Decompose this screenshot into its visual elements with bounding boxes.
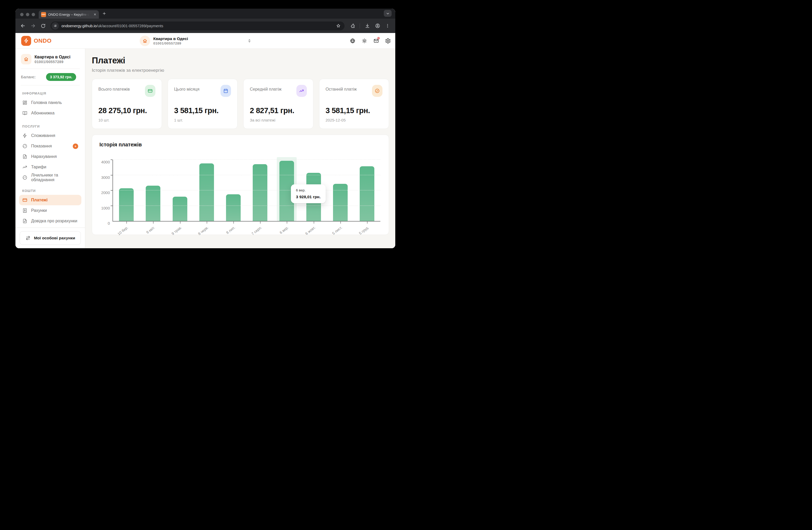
stat-card-sub: 1 шт. <box>174 118 231 122</box>
app-root: ONDO Квартира в Одесі 01001/00557289 <box>15 33 395 248</box>
payment-bar[interactable] <box>173 197 187 221</box>
sidebar-account-number: 01001/00557289 <box>34 60 70 64</box>
window-zoom-button[interactable] <box>32 13 35 16</box>
sidebar-item[interactable]: Лічильники та обладнання <box>19 172 81 183</box>
sidebar-item-label: Рахунки <box>31 208 47 213</box>
payment-bar[interactable] <box>333 184 348 221</box>
page-subtitle: Історія платежів за електроенергію <box>92 68 389 73</box>
new-tab-button[interactable] <box>101 10 107 17</box>
url-bar[interactable]: ondoenergy.github.io/uk/account/01001-00… <box>50 22 345 30</box>
brand-name: ONDO <box>34 38 52 44</box>
credit-card-icon <box>147 88 153 94</box>
messages-mail-icon[interactable] <box>373 38 379 44</box>
site-settings-icon[interactable] <box>52 22 59 30</box>
window-close-button[interactable] <box>20 13 24 16</box>
stat-card-value: 3 581,15 грн. <box>326 106 383 115</box>
sidebar-account-name: Квартира в Одесі <box>34 54 70 60</box>
x-axis-label: 5 лист. <box>331 225 343 235</box>
chart-gridline <box>113 175 380 175</box>
sidebar-item-label: Показання <box>31 144 52 149</box>
y-axis-tick <box>111 175 113 176</box>
payment-bar[interactable] <box>146 186 160 221</box>
stat-card-sub: 10 шт. <box>98 118 155 122</box>
theme-sun-icon[interactable] <box>362 38 367 44</box>
x-axis-label: 9 квіт. <box>145 225 156 234</box>
stat-card-label: Середній платіж <box>250 87 281 92</box>
chart-bar-slot: 9 квіт. <box>140 160 166 221</box>
tooltip-value: 3 928,01 грн. <box>296 195 320 199</box>
brand[interactable]: ONDO <box>21 36 52 46</box>
sidebar-account: Квартира в Одесі 01001/00557289 <box>15 49 85 69</box>
forward-button[interactable] <box>29 22 38 30</box>
tab-close-icon[interactable] <box>93 13 97 16</box>
y-axis-label: 1000 <box>101 206 110 210</box>
sidebar-item[interactable]: Рахунки <box>19 205 81 216</box>
profile-icon[interactable] <box>373 22 382 30</box>
main-content: Платежі Історія платежів за електроенерг… <box>85 49 395 248</box>
payment-bar[interactable] <box>199 163 214 221</box>
sidebar-item[interactable]: Платежі <box>19 195 81 205</box>
browser-menu-icon[interactable] <box>383 22 392 30</box>
house-icon <box>140 36 150 46</box>
sidebar-item-label: Нарахування <box>31 154 57 159</box>
payment-bar[interactable] <box>360 166 374 221</box>
x-axis-tick <box>233 222 234 224</box>
browser-tab[interactable]: ONDO ONDO Energy – Керуйте своє <box>39 10 99 18</box>
sidebar-item[interactable]: Головна панель <box>19 97 81 108</box>
account-unfold-icon[interactable] <box>247 39 252 43</box>
trending-up-icon <box>299 88 304 94</box>
sidebar-item[interactable]: Показання+ <box>19 141 81 151</box>
sidebar-section-title: ІНФОРМАЦІЯ <box>22 92 85 95</box>
payment-bar[interactable] <box>119 188 134 221</box>
page-title: Платежі <box>92 56 389 66</box>
stat-card-label: Останній платіж <box>326 87 357 92</box>
account-selector[interactable]: Квартира в Одесі 01001/00557289 <box>140 36 188 46</box>
extensions-icon[interactable] <box>348 22 357 30</box>
stat-cards: Всього платежів28 275,10 грн.10 шт.Цього… <box>92 79 389 129</box>
payment-bar[interactable] <box>226 194 241 221</box>
stat-card: Цього місяця3 581,15 грн.1 шт. <box>168 79 238 129</box>
payments-chart-plot: 10 бер.9 квіт.9 трав.8 черв.8 лип.7 серп… <box>113 160 380 222</box>
x-axis-label: 5 груд. <box>358 225 369 235</box>
window-minimize-button[interactable] <box>26 13 29 16</box>
sidebar: Квартира в Одесі 01001/00557289 Баланс: … <box>15 49 85 248</box>
check-circle-icon <box>375 88 380 94</box>
x-axis-tick <box>207 222 207 224</box>
y-axis-tick <box>111 206 113 206</box>
tab-list-chevron-button[interactable] <box>384 10 392 17</box>
file-text-icon <box>22 219 28 224</box>
sidebar-item-label: Лічильники та обладнання <box>31 173 78 182</box>
sidebar-item[interactable]: Тарифи <box>19 162 81 172</box>
x-axis-label: 7 серп. <box>251 225 263 236</box>
x-axis-tick <box>126 222 127 224</box>
downloads-icon[interactable] <box>363 22 372 30</box>
stat-card-icon-pill <box>220 85 231 97</box>
window-controls[interactable] <box>15 13 39 18</box>
settings-gear-icon[interactable] <box>385 38 391 44</box>
ondo-logo-icon <box>21 36 31 46</box>
my-accounts-button[interactable]: Мої особові рахунки <box>20 231 81 245</box>
stat-card-icon-pill <box>372 85 382 97</box>
gauge-icon <box>22 175 28 180</box>
payment-bar[interactable] <box>253 164 267 221</box>
x-axis-label: 9 трав. <box>171 225 182 236</box>
sidebar-section-title: ПОСЛУГИ <box>22 125 85 128</box>
gauge-icon <box>22 143 28 149</box>
y-axis-label: 0 <box>108 221 110 225</box>
sidebar-item[interactable]: Нарахування <box>19 151 81 162</box>
sidebar-item[interactable]: Довідка про розрахунки <box>19 216 81 226</box>
sidebar-item[interactable]: Абонкнижка <box>19 108 81 118</box>
reload-button[interactable] <box>39 22 47 30</box>
payments-history-card: Історія платежів 10 бер.9 квіт.9 трав.8 … <box>92 135 389 235</box>
sidebar-item[interactable]: Споживання <box>19 130 81 141</box>
tab-favicon-icon: ONDO <box>41 12 46 17</box>
bookmark-star-icon[interactable] <box>334 22 343 29</box>
sidebar-item-label: Платежі <box>31 198 48 203</box>
sidebar-item-label: Споживання <box>31 133 55 138</box>
book-open-icon <box>22 111 28 116</box>
tab-title: ONDO Energy – Керуйте своє <box>48 13 91 16</box>
back-button[interactable] <box>18 22 27 30</box>
browser-window: ONDO ONDO Energy – Керуйте своє ondoe <box>15 9 395 248</box>
language-globe-icon[interactable] <box>350 38 356 44</box>
add-reading-badge[interactable]: + <box>73 143 78 149</box>
